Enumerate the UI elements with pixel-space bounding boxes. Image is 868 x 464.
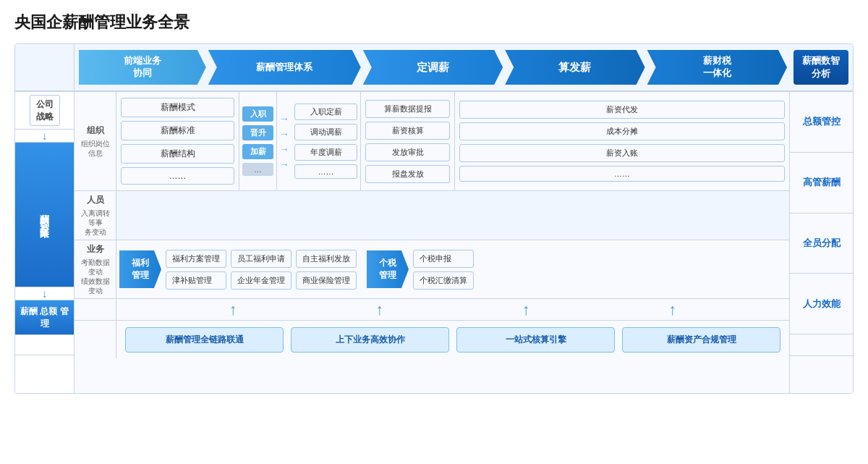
tax-col: 薪资代发 成本分摊 薪资入账 …… [455, 92, 789, 190]
trigger-2: 晋升 [242, 125, 273, 140]
tax-mgmt-box-1: 个税申报 [413, 250, 474, 268]
result-2: 调动调薪 [294, 124, 357, 140]
calc-4: 报盘发放 [365, 165, 450, 183]
arrow-connector-col: → → → → [277, 92, 292, 190]
up-arrow-2: ↑ [375, 300, 383, 319]
bottom-box-2: 上下业务高效协作 [291, 327, 449, 353]
row-label-business: 业务 考勤数据变动绩效数据变动 [75, 240, 116, 298]
page-title: 央国企薪酬管理业务全景 [14, 12, 854, 33]
left-label-company: 公司 战略 [15, 92, 74, 130]
tax-mgmt-col: 个税申报 个税汇缴清算 [413, 250, 474, 290]
result-col: 入职定薪 调动调薪 年度调薪 …… [292, 92, 361, 190]
bottom-spacer [75, 321, 116, 358]
right-item-4: 人力效能 [790, 274, 853, 334]
calc-3: 发放审批 [365, 143, 450, 161]
calc-col: 算薪数据提报 薪资核算 发放审批 报盘发放 [361, 92, 455, 190]
row-business: 业务 考勤数据变动绩效数据变动 福利管理 福利方案管理 津补贴管理 [75, 240, 789, 299]
bottom-boxes-row: 薪酬管理全链路联通 上下业务高效协作 一站式核算引擎 薪酬资产合规管理 [75, 321, 789, 358]
row-label-org: 组织 组织岗位信息 [75, 92, 116, 190]
tax-2: 成本分摊 [459, 122, 785, 140]
salary-item-2: 薪酬标准 [121, 121, 234, 140]
up-arrow-3: ↑ [522, 300, 530, 319]
header-arrows-container: 前端业务 协同 薪酬管理体系 定调薪 算发薪 薪财税 一体化 [75, 44, 853, 90]
welfare-box-5: 自主福利发放 [296, 250, 357, 268]
welfare-box-1: 福利方案管理 [166, 250, 226, 268]
right-spacer-1 [790, 334, 853, 355]
welfare-arrow: 福利管理 [119, 250, 161, 288]
up-arrow-1: ↑ [229, 300, 237, 319]
salary-system-col: 薪酬模式 薪酬标准 薪酬结构 …… [116, 92, 239, 190]
arrow-header-1: 前端业务 协同 [79, 50, 206, 85]
up-arrow-spacer-left [15, 335, 74, 355]
tax-3: 薪资入账 [459, 144, 785, 162]
result-3: 年度调薪 [294, 144, 357, 161]
right-col: 总额管控 高管薪酬 全员分配 人力效能 [789, 92, 853, 393]
bottom-box-4: 薪酬资产合规管理 [622, 327, 780, 353]
salary-item-1: 薪酬模式 [121, 98, 234, 117]
corner-cell [15, 44, 75, 90]
bottom-boxes-inner: 薪酬管理全链路联通 上下业务高效协作 一站式核算引擎 薪酬资产合规管理 [116, 321, 789, 358]
trigger-col: 入职 晋升 加薪 … [239, 92, 277, 190]
personnel-content [116, 191, 789, 240]
welfare-box-4: 企业年金管理 [231, 271, 292, 290]
tax-mgmt-box-2: 个税汇缴清算 [413, 271, 474, 290]
up-arrows-row: ↑ ↑ ↑ ↑ [75, 299, 789, 321]
main-diagram: 前端业务 协同 薪酬管理体系 定调薪 算发薪 薪财税 一体化 [14, 43, 854, 394]
calc-1: 算薪数据提报 [365, 100, 450, 118]
company-strategy-box: 公司 战略 [30, 95, 60, 127]
page: 央国企薪酬管理业务全景 前端业务 协同 薪酬管理体系 定调薪 [0, 0, 868, 402]
up-arrow-spacer [75, 299, 116, 320]
center-area: 组织 组织岗位信息 薪酬模式 薪酬标准 薪酬结构 …… 入职 晋升 加薪 [75, 92, 789, 393]
tax-mgmt-arrow: 个税管理 [367, 250, 409, 288]
calc-2: 薪资核算 [365, 122, 450, 140]
bottom-box-1: 薪酬管理全链路联通 [125, 327, 284, 353]
up-arrows-inner: ↑ ↑ ↑ ↑ [116, 300, 789, 319]
arrow-header-4: 算发薪 [505, 50, 644, 85]
body: 公司 战略 ↓ 薪酬 管控 策略 ↓ 薪酬 总额 管理 [15, 92, 853, 393]
salary-item-3: 薪酬结构 [121, 144, 234, 164]
welfare-box-2: 津补贴管理 [166, 271, 226, 290]
result-4: …… [294, 164, 357, 179]
down-arrow-2: ↓ [15, 287, 74, 300]
business-content: 福利管理 福利方案管理 津补贴管理 员工福利申请 企业年金管理 [116, 240, 789, 298]
salary-item-4: …… [121, 167, 234, 185]
right-spacer-2 [790, 355, 853, 393]
right-item-1: 总额管控 [790, 92, 853, 153]
welfare-box-3: 员工福利申请 [231, 250, 292, 268]
welfare-col3: 自主福利发放 商业保险管理 [296, 250, 357, 290]
left-label-strategy: 薪酬 管控 策略 [15, 143, 74, 287]
arrow-header-6: 薪酬数智 分析 [793, 50, 848, 85]
left-label-total: 薪酬 总额 管理 [15, 300, 74, 335]
result-1: 入职定薪 [294, 104, 357, 120]
right-item-3: 全员分配 [790, 214, 853, 274]
bottom-box-3: 一站式核算引擎 [456, 327, 615, 353]
tax-4: …… [459, 166, 785, 182]
down-arrow-1: ↓ [15, 130, 74, 143]
welfare-col2: 员工福利申请 企业年金管理 [231, 250, 292, 290]
arrow-header-5: 薪财税 一体化 [647, 50, 787, 85]
tax-1: 薪资代发 [459, 101, 785, 119]
arrow-header-3: 定调薪 [363, 50, 503, 85]
arrow-header-2: 薪酬管理体系 [208, 50, 361, 85]
trigger-1: 入职 [242, 106, 273, 122]
welfare-box-6: 商业保险管理 [296, 271, 357, 290]
row-organization: 组织 组织岗位信息 薪酬模式 薪酬标准 薪酬结构 …… 入职 晋升 加薪 [75, 92, 789, 191]
row-personnel: 人员 入离调转等事务变动 [75, 191, 789, 240]
trigger-3: 加薪 [242, 144, 273, 159]
welfare-col1: 福利方案管理 津补贴管理 [166, 250, 226, 290]
left-labels: 公司 战略 ↓ 薪酬 管控 策略 ↓ 薪酬 总额 管理 [15, 92, 75, 393]
row-label-personnel: 人员 入离调转等事务变动 [75, 191, 116, 240]
up-arrow-4: ↑ [668, 300, 676, 319]
trigger-4: … [242, 163, 273, 176]
bottom-left-label [15, 355, 74, 393]
right-item-2: 高管薪酬 [790, 153, 853, 214]
